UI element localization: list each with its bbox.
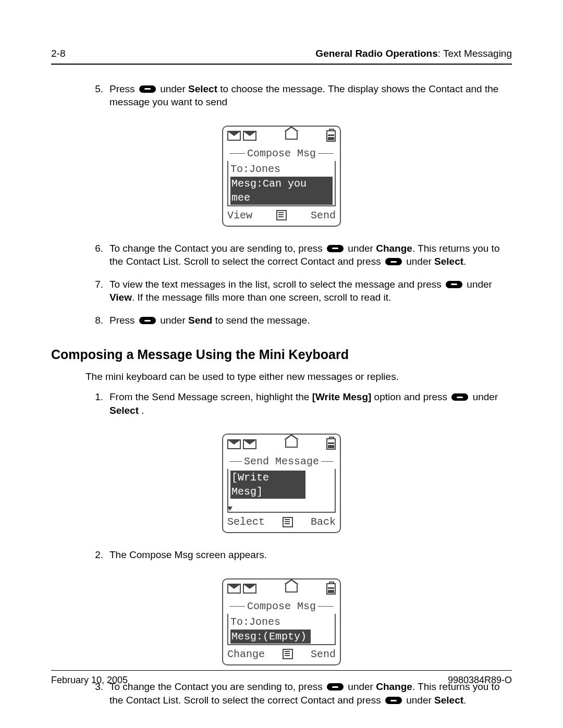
status-bar — [223, 435, 340, 453]
step-number: 8. — [85, 314, 103, 327]
envelope-icon — [227, 131, 241, 141]
steps-list-b-cont: 2. The Compose Msg screen appears. — [85, 548, 512, 571]
envelope-icon — [227, 584, 241, 594]
step-b2: 2. The Compose Msg screen appears. — [85, 548, 512, 571]
step-number: 6. — [85, 242, 103, 255]
down-arrow-icon — [227, 507, 232, 511]
softkey-icon — [139, 317, 156, 324]
step-text: The Compose Msg screen appears. — [109, 549, 267, 560]
softkey-icon — [446, 281, 462, 288]
step-text: Press under Send to send the message. — [109, 315, 310, 326]
step-text: Press under Select to choose the message… — [109, 83, 498, 108]
battery-icon — [326, 438, 336, 450]
menu-icon — [276, 210, 287, 220]
menu-icon — [283, 517, 293, 527]
page-number: 2-8 — [51, 47, 65, 60]
screen-title: Compose Msg — [247, 146, 316, 161]
radio-screen-1: Compose Msg To:Jones Mesg:Can you mee Vi… — [51, 126, 512, 230]
steps-list-a-cont: 6. To change the Contact you are sending… — [85, 242, 512, 337]
home-icon — [285, 584, 298, 593]
footer-docid: 9980384R89-O — [448, 674, 512, 686]
step-text: To view the text messages in the list, s… — [109, 279, 492, 303]
page-header: 2-8 General Radio Operations: Text Messa… — [51, 47, 512, 65]
steps-list-b: 1. From the Send Message screen, highlig… — [85, 390, 512, 426]
softkey-icon — [385, 258, 402, 265]
steps-list-a: 5. Press under Select to choose the mess… — [85, 82, 512, 118]
screen-title: Compose Msg — [247, 599, 316, 613]
home-icon — [285, 131, 298, 140]
page: 2-8 General Radio Operations: Text Messa… — [0, 0, 563, 728]
screen-title-row: Compose Msg — [223, 145, 340, 162]
menu-icon — [283, 649, 293, 659]
radio-screen-3: Compose Msg To:Jones Mesg:(Empty) Change… — [51, 578, 512, 669]
softkey-icon — [451, 393, 468, 401]
softkey-icon — [385, 697, 402, 704]
softkey-row: Change Send — [223, 646, 340, 664]
radio-display: Compose Msg To:Jones Mesg:(Empty) Change… — [222, 578, 341, 665]
step-8: 8. Press under Send to send the message. — [85, 314, 512, 337]
message-line-selected: Mesg:(Empty) — [230, 630, 311, 644]
softkey-row: View Send — [223, 207, 340, 226]
section-intro: The mini keyboard can be used to type ei… — [85, 370, 512, 384]
status-bar — [223, 579, 340, 598]
step-number: 1. — [85, 390, 103, 404]
section-heading: Composing a Message Using the Mini Keybo… — [51, 346, 512, 364]
softkey-icon — [327, 245, 344, 252]
softkey-left-label: Select — [227, 515, 265, 529]
envelope-icon — [243, 584, 256, 594]
step-7: 7. To view the text messages in the list… — [85, 278, 512, 314]
write-mesg-option-selected: [Write Mesg] — [230, 471, 305, 499]
softkey-row: Select Back — [223, 514, 340, 532]
chapter-title: General Radio Operations: Text Messaging — [315, 47, 512, 60]
home-icon — [285, 439, 298, 448]
step-number: 5. — [85, 82, 103, 96]
chapter-title-rest: : Text Messaging — [438, 48, 512, 59]
softkey-right-label: Send — [311, 647, 336, 661]
to-line: To:Jones — [230, 615, 333, 629]
radio-display: Compose Msg To:Jones Mesg:Can you mee Vi… — [222, 126, 341, 227]
envelope-icon — [227, 439, 241, 449]
softkey-left-label: Change — [227, 647, 265, 661]
screen-title: Send Message — [244, 454, 319, 468]
screen-title-row: Send Message — [223, 453, 340, 470]
to-line: To:Jones — [230, 162, 333, 176]
step-text: From the Send Message screen, highlight … — [109, 391, 498, 416]
softkey-right-label: Back — [311, 515, 336, 529]
status-bar — [223, 127, 340, 145]
page-footer: February 10, 2005 9980384R89-O — [51, 670, 512, 686]
softkey-right-label: Send — [311, 208, 336, 223]
softkey-icon — [139, 85, 156, 93]
radio-screen-2: Send Message [Write Mesg] Select Back — [51, 434, 512, 537]
step-b1: 1. From the Send Message screen, highlig… — [85, 390, 512, 426]
battery-icon — [326, 130, 336, 142]
softkey-left-label: View — [227, 208, 252, 223]
step-text: To change the Contact you are sending to… — [109, 243, 499, 267]
battery-icon — [326, 583, 336, 595]
envelope-icon — [243, 439, 256, 449]
message-line-selected: Mesg:Can you mee — [230, 177, 333, 205]
step-5: 5. Press under Select to choose the mess… — [85, 82, 512, 118]
step-number: 7. — [85, 278, 103, 291]
step-number: 2. — [85, 548, 103, 562]
chapter-title-bold: General Radio Operations — [315, 48, 437, 59]
footer-date: February 10, 2005 — [51, 674, 128, 686]
envelope-icon — [243, 131, 256, 141]
screen-title-row: Compose Msg — [223, 598, 340, 614]
step-6: 6. To change the Contact you are sending… — [85, 242, 512, 278]
radio-display: Send Message [Write Mesg] Select Back — [222, 434, 341, 533]
